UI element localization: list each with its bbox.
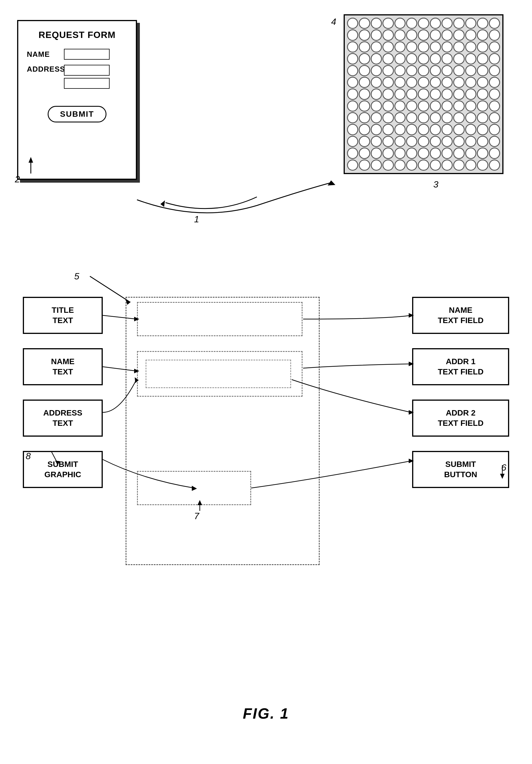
circle-cell	[430, 77, 441, 88]
circle-cell	[442, 18, 453, 29]
circle-cell	[477, 124, 488, 135]
circle-cell	[453, 136, 464, 147]
circle-cell	[359, 65, 370, 76]
circle-cell	[442, 136, 453, 147]
submit-graphic-box: SUBMITGRAPHIC	[23, 451, 103, 488]
circle-cell	[442, 159, 453, 171]
circle-cell	[418, 100, 429, 111]
circle-cell	[465, 18, 476, 29]
circle-cell	[347, 18, 358, 29]
circle-cell	[453, 100, 464, 111]
circle-cell	[371, 41, 382, 53]
circle-cell	[382, 65, 394, 76]
circle-cell	[477, 18, 488, 29]
label-7: 7	[194, 511, 199, 521]
address-input-1[interactable]	[64, 65, 109, 76]
circle-cell	[406, 147, 417, 159]
circle-cell	[406, 29, 417, 41]
circle-cell	[359, 124, 370, 135]
circle-cell	[465, 29, 476, 41]
circle-cell	[418, 77, 429, 88]
circle-cell	[430, 89, 441, 99]
circle-cell	[347, 147, 358, 159]
circle-cell	[371, 100, 382, 111]
circle-cell	[442, 53, 453, 64]
circle-cell	[395, 18, 406, 29]
circle-cell	[453, 29, 464, 41]
form-name-row: NAME	[27, 49, 127, 60]
submit-button-form[interactable]: SUBMIT	[48, 106, 106, 122]
name-input[interactable]	[64, 49, 109, 60]
circle-cell	[418, 53, 429, 64]
circle-cell	[406, 136, 417, 147]
label-3: 3	[433, 179, 439, 190]
top-section: REQUEST FORM NAME ADDRESS SUBMIT 2 (func…	[0, 11, 532, 211]
label-5: 5	[74, 271, 79, 282]
circle-cell	[477, 100, 488, 111]
circle-cell	[442, 112, 453, 123]
circle-cell	[371, 136, 382, 147]
name-text-field-box: NAMETEXT FIELD	[412, 297, 509, 334]
circle-cell	[395, 136, 406, 147]
circle-cell	[489, 18, 500, 29]
circle-cell	[395, 112, 406, 123]
circle-cell	[406, 65, 417, 76]
circle-cell	[430, 147, 441, 159]
circle-cell	[395, 53, 406, 64]
circle-cell	[477, 136, 488, 147]
circle-cell	[465, 100, 476, 111]
circle-cell	[371, 77, 382, 88]
form-address-group: ADDRESS	[27, 65, 127, 89]
circle-cell	[465, 112, 476, 123]
circle-cell	[418, 89, 429, 99]
circle-cell	[418, 29, 429, 41]
circle-cell	[453, 41, 464, 53]
circle-cell	[453, 124, 464, 135]
circle-cell	[442, 124, 453, 135]
circle-cell	[359, 29, 370, 41]
circle-cell	[442, 77, 453, 88]
address-text-box: ADDRESSTEXT	[23, 400, 103, 437]
circle-cell	[382, 112, 394, 123]
address-input-2[interactable]	[64, 78, 109, 89]
circle-cell	[453, 147, 464, 159]
label-2: 2	[15, 174, 20, 185]
circle-cell	[395, 100, 406, 111]
circle-cell	[347, 29, 358, 41]
circle-cell	[430, 136, 441, 147]
circle-cell	[430, 18, 441, 29]
circle-cell	[465, 147, 476, 159]
circle-cell	[489, 124, 500, 135]
circle-cell	[489, 29, 500, 41]
circle-cell	[489, 159, 500, 171]
circle-cell	[453, 112, 464, 123]
circle-cell	[359, 112, 370, 123]
circle-cell	[477, 89, 488, 99]
circle-cell	[359, 100, 370, 111]
circle-cell	[359, 18, 370, 29]
circle-cell	[477, 41, 488, 53]
title-text-box: TITLETEXT	[23, 297, 103, 334]
left-column: TITLETEXT NAMETEXT ADDRESSTEXT SUBMITGRA…	[23, 297, 103, 488]
bottom-section: 5 TITLETEXT NAMETEXT ADDRESSTEXT SUBMITG…	[0, 257, 532, 728]
circle-cell	[489, 41, 500, 53]
circle-cell	[406, 124, 417, 135]
circle-cell	[382, 53, 394, 64]
circle-cell	[406, 112, 417, 123]
circle-cell	[382, 77, 394, 88]
circle-cell	[371, 18, 382, 29]
request-form: REQUEST FORM NAME ADDRESS SUBMIT	[17, 20, 137, 180]
circle-cell	[382, 147, 394, 159]
circle-cell	[359, 89, 370, 99]
circle-cell	[465, 77, 476, 88]
circle-cell	[477, 147, 488, 159]
name-text-box: NAMETEXT	[23, 348, 103, 385]
circle-cell	[395, 65, 406, 76]
circle-cell	[371, 147, 382, 159]
circle-cell	[430, 112, 441, 123]
address-label: ADDRESS	[27, 65, 64, 74]
circle-cell	[395, 29, 406, 41]
inner-row-title	[137, 302, 302, 336]
circle-cell	[406, 89, 417, 99]
circle-cell	[382, 89, 394, 99]
